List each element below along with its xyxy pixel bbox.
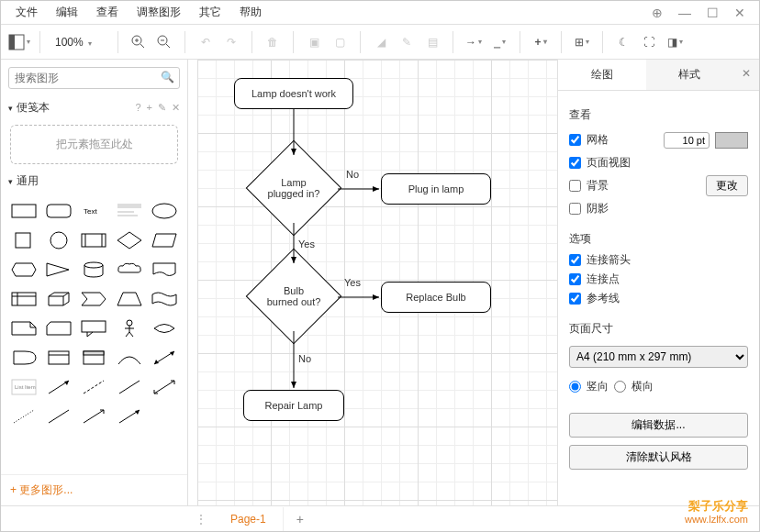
shape-triangle[interactable]	[43, 257, 74, 283]
scratchpad-dropzone[interactable]: 把元素拖至此处	[10, 125, 178, 164]
page-size-select[interactable]: A4 (210 mm x 297 mm)	[569, 346, 748, 368]
edit-data-button[interactable]: 编辑数据...	[569, 413, 748, 438]
sidebar-toggle-icon[interactable]: ▾	[8, 31, 30, 53]
conn-arrows-checkbox[interactable]	[569, 254, 581, 266]
shape-diamond[interactable]	[114, 227, 145, 253]
shape-parallelogram[interactable]	[149, 227, 180, 253]
pageview-checkbox[interactable]	[569, 157, 581, 169]
redo-icon[interactable]: ↷	[220, 31, 242, 53]
tab-diagram[interactable]: 绘图	[558, 60, 646, 90]
close-button[interactable]: ✕	[726, 6, 754, 20]
maximize-button[interactable]: ☐	[699, 6, 726, 20]
search-input[interactable]	[8, 67, 180, 89]
shapes-general-header[interactable]: ▾通用	[1, 170, 187, 193]
shape-arrow[interactable]	[43, 374, 74, 400]
search-icon[interactable]: 🔍	[161, 71, 174, 83]
shape-cloud[interactable]	[114, 257, 145, 283]
scratchpad-close-icon[interactable]: ✕	[172, 102, 180, 114]
shape-square[interactable]	[8, 227, 39, 253]
add-page-button[interactable]: +	[284, 506, 317, 532]
grid-color-swatch[interactable]	[715, 132, 748, 149]
shape-card[interactable]	[43, 316, 74, 341]
format-panel-icon[interactable]: ◨▾	[664, 31, 686, 53]
shape-bidir-thin[interactable]	[149, 374, 180, 400]
zoom-out-icon[interactable]	[153, 31, 175, 53]
canvas[interactable]: Lamp doesn't work Lamp plugged in? Plug …	[188, 60, 557, 505]
to-front-icon[interactable]: ▣	[303, 31, 325, 53]
globe-icon[interactable]: ⊕	[643, 6, 671, 20]
to-back-icon[interactable]: ▢	[329, 31, 351, 53]
scratchpad-add-icon[interactable]: +	[147, 102, 152, 114]
shape-container[interactable]	[78, 345, 109, 371]
minimize-button[interactable]: —	[671, 6, 699, 20]
shape-document[interactable]	[149, 257, 180, 283]
shape-and[interactable]	[8, 345, 39, 371]
shape-step[interactable]	[78, 286, 109, 312]
grid-checkbox[interactable]	[569, 134, 581, 146]
shape-dashed-line[interactable]	[78, 374, 109, 400]
shape-arrow3[interactable]	[114, 404, 145, 429]
zoom-in-icon[interactable]	[128, 31, 150, 53]
node-decision-plugged[interactable]: Lamp plugged in?	[248, 151, 340, 225]
waypoint-icon[interactable]: ⎯▾	[488, 31, 510, 53]
menu-view[interactable]: 查看	[87, 1, 128, 24]
shape-circle[interactable]	[43, 227, 74, 253]
clear-default-button[interactable]: 清除默认风格	[569, 445, 748, 470]
shape-list[interactable]: List Item	[8, 374, 39, 400]
shape-tape[interactable]	[149, 286, 180, 312]
portrait-radio[interactable]	[569, 381, 581, 393]
shape-curve[interactable]	[114, 345, 145, 371]
more-shapes-button[interactable]: + 更多图形...	[1, 474, 187, 505]
node-repair[interactable]: Repair Lamp	[243, 390, 344, 421]
table-icon[interactable]: ⊞▾	[571, 31, 593, 53]
shape-arrow2[interactable]	[78, 404, 109, 429]
menu-extras[interactable]: 其它	[190, 1, 230, 24]
node-plug-in[interactable]: Plug in lamp	[381, 173, 491, 205]
shape-ellipse[interactable]	[149, 198, 180, 224]
shape-line[interactable]	[114, 374, 145, 400]
shape-datastore[interactable]	[43, 345, 74, 371]
shape-dotted[interactable]	[8, 404, 39, 429]
shape-process[interactable]	[78, 227, 109, 253]
dark-mode-icon[interactable]: ☾	[612, 31, 634, 53]
shape-bidir-arrow[interactable]	[149, 345, 180, 371]
node-start[interactable]: Lamp doesn't work	[234, 78, 353, 109]
menu-file[interactable]: 文件	[6, 1, 47, 24]
shape-trapezoid[interactable]	[114, 286, 145, 312]
guides-checkbox[interactable]	[569, 293, 581, 305]
shape-hexagon[interactable]	[8, 257, 39, 283]
node-replace-bulb[interactable]: Replace Bulb	[381, 282, 491, 313]
tab-close-icon[interactable]: ✕	[733, 60, 759, 90]
landscape-radio[interactable]	[614, 381, 626, 393]
shape-line2[interactable]	[43, 404, 74, 429]
shadow-checkbox[interactable]	[569, 203, 581, 215]
shape-internal[interactable]	[8, 286, 39, 312]
shape-actor[interactable]	[114, 316, 145, 341]
shadow-icon[interactable]: ▤	[421, 31, 443, 53]
scratchpad-help-icon[interactable]: ?	[135, 102, 140, 114]
insert-icon[interactable]: +▾	[530, 31, 552, 53]
shape-rect[interactable]	[8, 198, 39, 224]
grid-size-input[interactable]	[664, 132, 710, 149]
shape-or[interactable]	[149, 316, 180, 341]
node-decision-bulb[interactable]: Bulb burned out?	[248, 260, 340, 333]
scratchpad-header[interactable]: ▾便笺本 ? + ✎ ✕	[1, 96, 187, 119]
undo-icon[interactable]: ↶	[195, 31, 217, 53]
shape-text[interactable]: Text	[78, 198, 109, 224]
shape-cylinder[interactable]	[78, 257, 109, 283]
fullscreen-icon[interactable]: ⛶	[638, 31, 660, 53]
shape-callout[interactable]	[78, 316, 109, 341]
line-color-icon[interactable]: ✎	[396, 31, 418, 53]
menu-edit[interactable]: 编辑	[47, 1, 87, 24]
shape-roundrect[interactable]	[43, 198, 74, 224]
connection-icon[interactable]: →▾	[463, 31, 485, 53]
conn-points-checkbox[interactable]	[569, 273, 581, 285]
shape-cube[interactable]	[43, 286, 74, 312]
delete-icon[interactable]: 🗑	[262, 31, 284, 53]
scratchpad-edit-icon[interactable]: ✎	[158, 102, 166, 114]
tab-style[interactable]: 样式	[646, 60, 734, 90]
background-checkbox[interactable]	[569, 180, 581, 192]
shape-textbox[interactable]	[114, 198, 145, 224]
page-menu-icon[interactable]: ⋮	[188, 513, 214, 526]
menu-arrange[interactable]: 调整图形	[128, 1, 190, 24]
